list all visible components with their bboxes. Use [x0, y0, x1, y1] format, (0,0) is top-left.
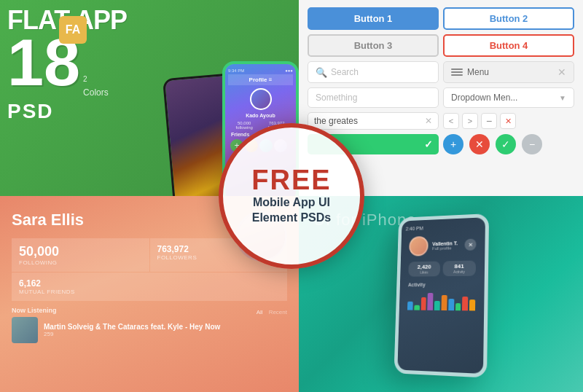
iphone-stat-activity: 841 Activity — [442, 260, 476, 276]
search-icon: 🔍 — [316, 67, 327, 78]
iphone-mockup: 2:40 PM Vallentin T. Full profile ✕ — [394, 213, 490, 378]
minus-btn[interactable]: − — [481, 113, 497, 129]
close-red-btn[interactable]: ✕ — [500, 113, 516, 129]
track-info: Martin Solveig & The Cataracs feat. Kyle… — [44, 323, 287, 337]
iphone-avatar — [409, 235, 429, 256]
chevron-down-icon: ▼ — [559, 94, 566, 102]
iphone-user-info: Vallentin T. Full profile — [432, 240, 461, 250]
phone-avatar — [250, 88, 272, 110]
stat-card-3: 6,162 MUTUAL FRIENDS — [12, 273, 287, 301]
check-icon: ✓ — [424, 138, 433, 150]
activity-bar-5 — [441, 294, 447, 310]
recent-label[interactable]: Recent — [269, 309, 287, 315]
iphone-time: 2:40 PM — [406, 223, 481, 231]
button-1[interactable]: Button 1 — [308, 7, 439, 30]
hamburger-icon — [451, 68, 463, 76]
add-icon-btn[interactable]: + — [443, 134, 463, 154]
button-3[interactable]: Button 3 — [308, 34, 439, 57]
iphone-screen: 2:40 PM Vallentin T. Full profile ✕ — [397, 217, 485, 374]
activity-bar-1 — [414, 305, 420, 310]
search-placeholder: Search — [331, 67, 359, 77]
text-input[interactable]: the greates ✕ — [308, 112, 439, 130]
all-label[interactable]: All — [257, 309, 263, 315]
phone-stat-1: 50,000following — [235, 121, 252, 130]
remove-icon-btn[interactable]: ✕ — [469, 134, 490, 154]
activity-bar-8 — [462, 296, 468, 310]
activity-bar-7 — [455, 302, 461, 310]
track-title: Martin Solveig & The Cataracs feat. Kyle… — [44, 323, 287, 331]
menu-close-icon[interactable]: ✕ — [557, 66, 566, 78]
iphone-username: Vallentin T. — [432, 240, 461, 246]
iphone-close-btn[interactable]: ✕ — [464, 238, 476, 250]
activity-bar-6 — [448, 298, 454, 310]
track-thumbnail — [12, 317, 38, 343]
input-value: the greates — [314, 116, 358, 126]
activity-bar-4 — [434, 300, 440, 310]
button-2[interactable]: Button 2 — [443, 7, 574, 30]
iphone-ui: 2:40 PM Vallentin T. Full profile ✕ — [399, 217, 485, 313]
music-label: Now Listening — [12, 307, 57, 314]
something-input[interactable]: Something — [308, 87, 439, 108]
search-box[interactable]: 🔍 Search — [308, 61, 439, 83]
confirm-icon-btn[interactable]: ✓ — [496, 134, 516, 154]
activity-bars — [403, 288, 480, 310]
flat-app-title: FLAT APP FA 18 2Colors PSD — [7, 7, 127, 123]
activity-bar-9 — [469, 299, 475, 310]
menu-label: Menu — [467, 67, 553, 77]
button-4[interactable]: Button 4 — [443, 34, 574, 57]
phone-status: 9:34 PM●●● — [228, 68, 293, 73]
prev-arrow[interactable]: < — [443, 113, 459, 129]
iphone-user-sub: Full profile — [432, 245, 461, 250]
fa-badge: FA — [59, 16, 87, 44]
music-section: Now Listening All Recent Martin Solveig … — [12, 307, 287, 343]
stat-card-1: 50,000 FOLLOWING — [12, 238, 149, 272]
mobile-app-line1: Mobile App UI — [253, 195, 330, 211]
iphone-stat-likes: 2,420 Likes — [408, 261, 440, 276]
activity-bar-2 — [420, 297, 426, 310]
nav-arrows: < > − ✕ — [443, 112, 574, 130]
dropdown-box[interactable]: Dropdown Men... ▼ — [443, 87, 574, 108]
free-text: FREE — [251, 166, 331, 194]
music-track: Martin Solveig & The Cataracs feat. Kyle… — [12, 317, 287, 343]
center-overlay: FREE Mobile App UI Element PSDs — [219, 123, 364, 269]
minus-icon-btn[interactable]: − — [522, 134, 542, 154]
iphone-profile-row: Vallentin T. Full profile ✕ — [404, 231, 480, 259]
iphone-stats-row: 2,420 Likes 841 Activity — [404, 257, 481, 279]
phone-name: Kado Ayoub — [228, 113, 293, 118]
icon-row: + ✕ ✓ − — [443, 134, 574, 154]
activity-section-label: Activity — [404, 278, 480, 289]
menu-row[interactable]: Menu ✕ — [443, 61, 574, 83]
dropdown-label: Dropdown Men... — [451, 93, 517, 103]
activity-bar-3 — [428, 293, 434, 310]
activity-bar-0 — [407, 301, 413, 310]
input-clear-icon[interactable]: ✕ — [425, 116, 432, 126]
phone-header: Profile ≡ — [228, 74, 293, 85]
track-num: 259 — [44, 331, 287, 337]
colors-label: 2Colors — [83, 75, 109, 98]
mobile-app-line2: Element PSDs — [252, 211, 331, 226]
next-arrow[interactable]: > — [462, 113, 478, 129]
